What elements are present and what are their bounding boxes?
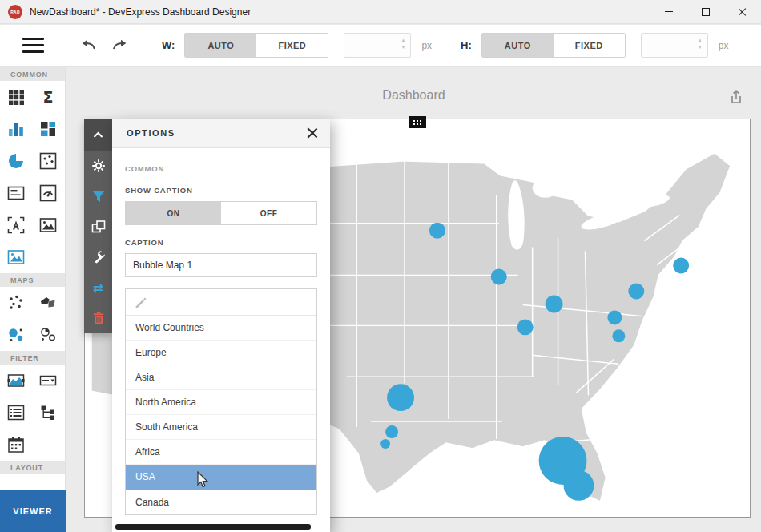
toolbox-item-scatter[interactable] [32,145,64,177]
map-list-item[interactable]: Canada [126,490,316,514]
filters-button[interactable] [84,181,112,212]
delete-item-button[interactable] [84,303,112,333]
redo-button[interactable] [104,30,135,61]
toolbox-item-bubble-map[interactable] [0,319,32,351]
map-search-row[interactable] [126,289,316,316]
toolbox-item-geo-point-map[interactable] [0,287,32,319]
menu-button[interactable] [0,38,66,53]
geo-point-map-icon [7,294,25,312]
common-items-grid: Σ [0,81,65,273]
map-bubble[interactable] [546,295,563,312]
height-fixed-button[interactable]: FIXED [554,34,625,57]
height-spinner-arrows[interactable]: ▲ ▼ [698,38,703,50]
map-bubble[interactable] [607,310,622,324]
data-items-button[interactable] [84,151,112,181]
pencil-icon [134,296,147,309]
toolbox-item-chart[interactable] [0,113,32,145]
text-box-icon [7,216,25,234]
toolbox-item-chart-types[interactable] [32,113,64,145]
close-panel-button[interactable] [306,127,319,139]
export-button[interactable] [727,88,745,106]
scatter-chart-icon [39,152,57,170]
map-list-item[interactable]: South America [126,415,316,440]
map-bubble[interactable] [564,470,594,501]
toolbox-item-bound-image[interactable] [0,241,32,273]
spin-up-icon[interactable]: ▲ [401,38,405,42]
toolbox-item-grid[interactable] [0,81,32,113]
options-button[interactable] [84,242,112,272]
minimize-button[interactable] [650,0,687,23]
close-window-button[interactable] [724,0,761,23]
toolbox-item-combobox[interactable] [32,365,64,397]
map-bubble[interactable] [612,329,625,342]
map-list-item[interactable]: USA [126,465,316,490]
map-bubble[interactable] [387,384,414,411]
filter-funnel-icon [91,190,106,203]
height-px-label: px [719,40,729,51]
toolbox-item-list-box[interactable] [0,397,32,429]
map-bubble[interactable] [517,319,534,335]
height-auto-button[interactable]: AUTO [482,34,554,57]
map-list: World Countries Europe Asia North Americ… [125,288,317,515]
caption-on-button[interactable]: ON [126,202,221,224]
spin-up-icon[interactable]: ▲ [698,38,703,42]
maximize-button[interactable] [687,0,724,23]
viewer-button[interactable]: VIEWER [0,490,66,532]
app-logo-icon: RAD [8,5,22,19]
toolbox-item-range-filter[interactable] [0,365,32,397]
toolbox-item-pie-map[interactable] [32,319,64,351]
toolbox-sidebar: COMMON Σ [0,67,66,532]
width-spinner-arrows[interactable]: ▲ ▼ [401,38,405,50]
map-bubble[interactable] [673,258,689,274]
map-list-item[interactable]: World Countries [126,316,316,341]
toolbox-item-image[interactable] [32,209,64,241]
table-grid-icon [8,89,25,106]
options-panel-body: COMMON SHOW CAPTION ON OFF CAPTION World… [112,164,330,515]
map-bubble[interactable] [628,284,644,300]
spin-down-icon[interactable]: ▼ [698,45,703,50]
range-filter-icon [7,372,25,389]
gauge-icon [39,184,57,202]
bound-image-icon [7,248,25,266]
width-value-stepper[interactable]: ▲ ▼ [344,33,411,58]
toolbox-item-text-box[interactable] [0,209,32,241]
map-bubble[interactable] [380,439,390,449]
section-header-layout: LAYOUT [0,461,65,474]
map-list-item[interactable]: Africa [126,440,316,465]
map-bubble[interactable] [429,223,445,239]
caption-off-button[interactable]: OFF [221,202,316,224]
convert-item-button[interactable] [84,212,112,242]
interactivity-button[interactable]: ⇄ [84,272,112,303]
map-bubble[interactable] [385,425,398,438]
chart-types-icon [39,120,57,138]
toolbox-item-choropleth-map[interactable] [32,287,64,319]
toolbox-item-date-filter[interactable] [0,429,32,461]
width-auto-button[interactable]: AUTO [185,34,256,57]
undo-button[interactable] [74,30,104,61]
options-panel-title: OPTIONS [127,128,306,138]
collapse-menu-button[interactable] [84,119,112,151]
toolbox-item-pie[interactable] [0,145,32,177]
width-fixed-button[interactable]: FIXED [256,34,328,57]
map-list-item[interactable]: Asia [126,365,316,390]
swap-arrows-icon: ⇄ [93,280,103,296]
toolbox-item-tree-view[interactable] [32,397,64,429]
map-bubble[interactable] [491,269,507,285]
pie-map-icon [39,326,57,344]
date-filter-icon [7,436,25,453]
export-icon [728,89,744,105]
tree-view-icon [39,404,57,421]
toolbox-item-pivot[interactable]: Σ [32,81,64,113]
section-header-filter: FILTER [0,351,65,365]
height-value-stepper[interactable]: ▲ ▼ [641,33,708,58]
caption-input[interactable] [125,253,317,277]
spin-down-icon[interactable]: ▼ [401,45,405,50]
panel-scrollbar[interactable] [115,524,311,530]
map-list-item[interactable]: North America [126,390,316,415]
map-list-item[interactable]: Europe [126,341,316,365]
toolbox-item-card[interactable] [0,177,32,209]
minimize-icon [665,11,673,12]
toolbox-item-gauge[interactable] [32,177,64,209]
dashboard-title: Dashboard [66,88,761,103]
height-mode-toggle: AUTO FIXED [481,33,626,58]
